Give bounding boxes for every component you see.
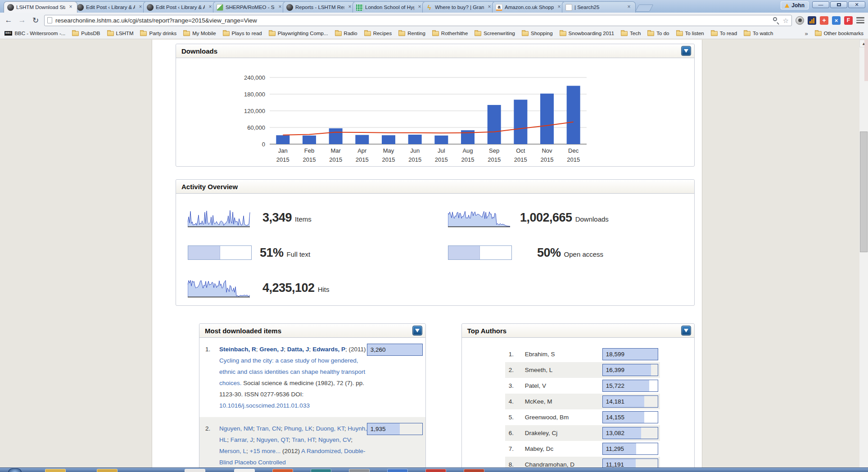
browser-tab[interactable]: Edit Post ‹ Library & Arch× — [143, 1, 217, 13]
start-button[interactable] — [8, 468, 22, 472]
bookmark-item[interactable]: Snowboarding 2011 — [560, 31, 614, 36]
scrollbar-thumb[interactable] — [860, 132, 868, 252]
author-link[interactable]: Edwards, P — [312, 346, 345, 353]
author-link[interactable]: Green, J — [259, 346, 284, 353]
tab-close-icon[interactable]: × — [416, 4, 423, 10]
tab-close-icon[interactable]: × — [277, 4, 283, 10]
svg-text:Aug: Aug — [462, 147, 473, 154]
folder-icon — [560, 31, 566, 36]
flipboard-extension-icon[interactable]: F — [844, 16, 853, 25]
author-link[interactable]: Steinbach, R — [219, 346, 256, 353]
camera-extension-icon[interactable] — [796, 16, 804, 25]
bookmark-item[interactable]: My Mobile — [183, 31, 216, 36]
browser-tab[interactable]: Edit Post ‹ Library & Archi× — [73, 1, 147, 13]
bookmark-item[interactable]: To watch — [744, 31, 773, 36]
stats-extension-icon[interactable] — [808, 16, 816, 25]
taskbar-app-icon[interactable] — [234, 469, 255, 472]
maximize-button[interactable] — [830, 1, 847, 8]
address-bar[interactable]: researchonline.lshtm.ac.uk/cgi/stats/rep… — [44, 15, 792, 26]
tab-close-icon[interactable]: × — [137, 4, 144, 10]
tab-title: Edit Post ‹ Library & Arch — [156, 5, 205, 10]
close-button[interactable]: ✕ — [848, 1, 865, 8]
url-text[interactable]: researchonline.lshtm.ac.uk/cgi/stats/rep… — [55, 17, 769, 24]
bookmark-item[interactable]: Playwrighting Comp... — [269, 31, 328, 36]
taskbar-app-icon[interactable] — [311, 469, 331, 472]
top-authors-filter-button[interactable] — [681, 326, 691, 336]
author-link[interactable]: Tran, CN — [256, 425, 280, 432]
other-bookmarks-button[interactable]: Other bookmarks — [815, 31, 863, 36]
doi-link[interactable]: 10.1016/j.socscimed.2011.01.033 — [219, 402, 310, 409]
author-link[interactable]: Merson, L — [219, 448, 246, 454]
new-tab-button[interactable] — [635, 5, 654, 12]
bookmark-item[interactable]: Tech — [621, 31, 641, 36]
browser-tab[interactable]: ϟWhere to buy? | Granger'× — [422, 1, 496, 13]
bookmark-item[interactable]: Radio — [335, 31, 357, 36]
tab-close-icon[interactable]: × — [626, 4, 632, 10]
most-downloaded-filter-button[interactable] — [412, 326, 422, 336]
vertical-scrollbar[interactable]: ▲ — [859, 40, 868, 467]
bookmark-item[interactable]: Shopping — [522, 31, 553, 36]
bookmark-label: To read — [720, 31, 737, 36]
bookmarks-overflow-chevron[interactable]: » — [805, 30, 808, 37]
bookmark-star-icon[interactable]: ☆ — [783, 17, 789, 24]
tab-close-icon[interactable]: × — [68, 4, 74, 10]
taskbar-app-icon[interactable] — [349, 469, 370, 472]
bookmark-item[interactable]: Plays to read — [223, 31, 262, 36]
taskbar-app-icon[interactable] — [464, 469, 484, 472]
bookmark-item[interactable]: Recipes — [364, 31, 392, 36]
tab-close-icon[interactable]: × — [486, 4, 493, 10]
bookmark-item[interactable]: LSHTM — [107, 31, 134, 36]
browser-tab[interactable]: London School of Hygien× — [353, 1, 426, 13]
svg-text:2015: 2015 — [356, 156, 369, 163]
svg-text:2015: 2015 — [567, 156, 580, 163]
item-title-link[interactable]: Cycling and the city: a case study of ho… — [219, 357, 365, 386]
xmarks-extension-icon[interactable]: × — [832, 16, 841, 25]
bookmark-item[interactable]: Party drinks — [140, 31, 176, 36]
back-button[interactable]: ← — [4, 16, 14, 25]
author-link[interactable]: Farrar, J — [231, 436, 253, 443]
bookmark-label: Tech — [630, 31, 641, 36]
author-link[interactable]: Nguyen, CV — [318, 436, 351, 443]
taskbar-app-icon[interactable] — [387, 469, 408, 472]
tab-close-icon[interactable]: × — [556, 4, 562, 10]
more-authors-link[interactable]: +15 more... — [250, 448, 281, 454]
taskbar-app-icon[interactable] — [97, 469, 118, 472]
svg-text:2015: 2015 — [408, 156, 421, 163]
bookmark-item[interactable]: PubsDB — [72, 31, 100, 36]
zoom-icon[interactable] — [773, 17, 780, 24]
tab-close-icon[interactable]: × — [347, 4, 353, 10]
browser-tab[interactable]: Reports - LSHTM Researc× — [283, 1, 357, 13]
browser-tab[interactable]: SHERPA/RoMEO - Search× — [213, 1, 287, 13]
author-link[interactable]: Datta, J — [287, 346, 309, 353]
minimize-button[interactable]: — — [812, 1, 829, 8]
bookmark-item[interactable]: To listen — [676, 31, 704, 36]
bookmark-item[interactable]: Renting — [398, 31, 425, 36]
profile-name-button[interactable]: John — [781, 1, 809, 9]
reload-button[interactable]: ↻ — [31, 16, 41, 25]
taskbar-app-icon[interactable] — [272, 469, 293, 472]
bookmark-item[interactable]: Screenwriting — [475, 31, 515, 36]
bookmark-item[interactable]: BBCBBC - Writersroom -... — [5, 31, 65, 36]
browser-tab[interactable]: aAmazon.co.uk Shopping B× — [492, 1, 566, 13]
bookmark-item[interactable]: To read — [711, 31, 737, 36]
bookmark-item[interactable]: Rotherhithe — [432, 31, 468, 36]
menu-icon[interactable] — [856, 17, 864, 23]
taskbar-app-icon[interactable] — [425, 469, 446, 472]
author-link[interactable]: Nguyen, NM — [219, 425, 253, 432]
browser-tab[interactable]: | Search25× — [562, 1, 636, 13]
taskbar-app-icon[interactable] — [45, 469, 66, 472]
value-bar: 16,399 — [602, 364, 658, 376]
author-link[interactable]: Phung, LK — [284, 425, 312, 432]
plus-extension-icon[interactable]: + — [820, 16, 828, 25]
author-link[interactable]: Nguyen, QT — [257, 436, 289, 443]
windows-taskbar[interactable] — [0, 467, 868, 472]
forward-button[interactable]: → — [17, 16, 27, 25]
taskbar-app-icon[interactable] — [185, 469, 205, 472]
folder-icon — [183, 31, 190, 36]
author-link[interactable]: Duong, KT — [316, 425, 344, 432]
browser-tab[interactable]: LSHTM Download Statisti× — [4, 1, 77, 13]
tab-close-icon[interactable]: × — [207, 4, 213, 10]
author-link[interactable]: Tran, HT — [292, 436, 315, 443]
bookmark-item[interactable]: To do — [647, 31, 669, 36]
downloads-filter-button[interactable] — [681, 46, 691, 56]
